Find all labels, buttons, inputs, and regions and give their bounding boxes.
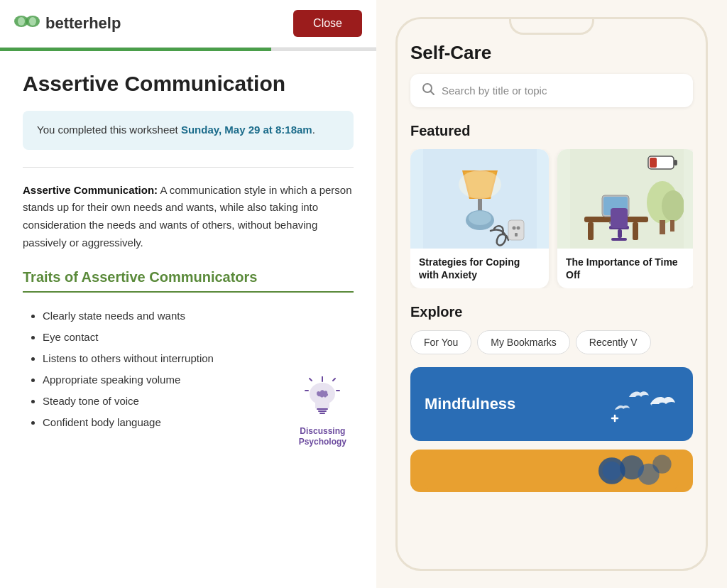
svg-rect-28 (674, 160, 677, 165)
svg-rect-29 (650, 158, 657, 168)
badge-line1: Discussing Psychology (299, 426, 346, 448)
list-item: Clearly state needs and wants (43, 305, 354, 327)
search-bar[interactable]: Search by title or topic (410, 74, 693, 107)
logo-text-light: better (45, 14, 89, 32)
traits-divider (23, 291, 354, 293)
svg-rect-24 (515, 233, 518, 236)
logo-text-bold: help (89, 14, 121, 32)
description-bold: Assertive Communication: (23, 184, 158, 196)
svg-rect-44 (611, 208, 628, 228)
description: Assertive Communication: A communication… (23, 182, 354, 252)
featured-label: Featured (410, 123, 693, 139)
svg-point-20 (469, 211, 491, 225)
svg-point-52 (652, 455, 671, 474)
worksheet-title: Assertive Communication (23, 71, 354, 97)
right-panel: Self-Care Search by title or topic Featu… (376, 0, 727, 588)
featured-card-timeout[interactable]: The Importance of Time Off (557, 149, 693, 288)
svg-line-6 (310, 379, 312, 381)
svg-point-25 (459, 170, 501, 199)
divider (23, 167, 354, 168)
tab-for-you[interactable]: For You (410, 330, 471, 354)
svg-point-49 (603, 462, 621, 480)
close-button[interactable]: Close (293, 10, 362, 37)
birds-area (608, 383, 679, 425)
featured-row: Strategies for Coping with Anxiety (410, 149, 693, 288)
left-panel: betterhelp Close Assertive Communication… (0, 0, 376, 588)
completion-date: Sunday, May 29 at 8:18am (181, 124, 312, 136)
psychology-badge: Discussing Psychology (299, 376, 346, 448)
mindfulness-label: Mindfulness (425, 395, 515, 413)
self-care-title: Self-Care (410, 42, 693, 64)
svg-rect-36 (633, 222, 638, 240)
card-image-timeout (557, 149, 693, 249)
header-bar: betterhelp Close (0, 0, 376, 48)
phone-content: Self-Care Search by title or topic Featu… (398, 19, 706, 569)
logo-area: betterhelp (14, 12, 121, 35)
card-title-area: Strategies for Coping with Anxiety (410, 249, 549, 288)
orange-card[interactable] (410, 450, 693, 492)
logo-text: betterhelp (45, 14, 121, 33)
svg-point-2 (18, 17, 25, 26)
svg-rect-31 (660, 220, 665, 234)
search-placeholder-text: Search by title or topic (442, 85, 547, 97)
svg-point-23 (516, 227, 520, 230)
completion-text-end: . (312, 124, 315, 136)
explore-tabs: For You My Bookmarks Recently V (410, 330, 693, 354)
card-title-area-2: The Importance of Time Off (557, 249, 693, 288)
traits-heading: Traits of Assertive Communicators (23, 269, 354, 285)
svg-point-3 (29, 17, 36, 26)
explore-label: Explore (410, 304, 693, 320)
completion-text: You completed this worksheet Sunday, May… (37, 122, 339, 138)
betterhelp-logo-icon (14, 12, 40, 35)
svg-rect-35 (588, 222, 594, 240)
svg-line-14 (431, 92, 434, 95)
bulb-icon (305, 376, 340, 425)
card-image-anxiety (410, 149, 549, 249)
tab-my-bookmarks[interactable]: My Bookmarks (477, 330, 570, 354)
svg-point-32 (662, 190, 684, 222)
svg-rect-42 (618, 229, 622, 238)
list-item: Listens to others without interruption (43, 348, 354, 369)
completion-box: You completed this worksheet Sunday, May… (23, 111, 354, 150)
svg-rect-43 (611, 238, 627, 241)
svg-point-22 (512, 227, 515, 230)
phone-notch (509, 19, 594, 35)
featured-card-anxiety[interactable]: Strategies for Coping with Anxiety (410, 149, 549, 288)
list-item: Eye contact (43, 327, 354, 348)
search-icon (422, 82, 434, 99)
svg-rect-21 (508, 220, 524, 240)
tab-recently[interactable]: Recently V (576, 330, 651, 354)
content-area: Assertive Communication You completed th… (0, 51, 376, 588)
completion-text-start: You completed this worksheet (37, 124, 181, 136)
svg-line-7 (333, 379, 335, 381)
mindfulness-card[interactable]: Mindfulness (410, 367, 693, 441)
card-title-anxiety: Strategies for Coping with Anxiety (419, 256, 540, 281)
svg-rect-33 (670, 220, 674, 232)
card-title-timeout: The Importance of Time Off (566, 256, 687, 281)
phone-frame: Self-Care Search by title or topic Featu… (395, 17, 708, 571)
